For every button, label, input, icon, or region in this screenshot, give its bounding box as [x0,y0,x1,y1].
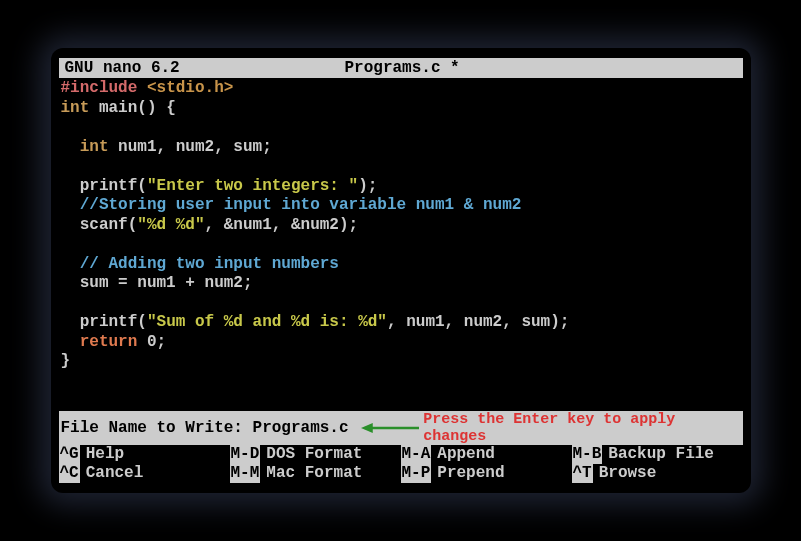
svg-marker-1 [361,423,373,433]
shortcut-label: Cancel [86,464,144,483]
shortcut-label: Append [437,445,495,464]
shortcut-label: Prepend [437,464,504,483]
shortcut-key: M-P [401,464,432,483]
shortcut-cancel[interactable]: ^CCancel [59,464,230,483]
code-text: printf( [61,313,147,331]
hint-text: Press the Enter key to apply changes [423,411,740,445]
shortcut-dos-format[interactable]: M-DDOS Format [230,445,401,464]
shortcut-label: Help [86,445,124,464]
shortcut-key: M-A [401,445,432,464]
prompt-bar[interactable]: File Name to Write: Programs.c Press the… [59,411,743,445]
shortcut-key: ^C [59,464,80,483]
editor-content[interactable]: #include <stdio.h> int main() { int num1… [59,79,743,411]
shortcut-key: ^T [572,464,593,483]
shortcut-append[interactable]: M-AAppend [401,445,572,464]
terminal-window: GNU nano 6.2 Programs.c * #include <stdi… [51,48,751,493]
string-lit: "Enter two integers: " [147,177,358,195]
shortcut-key: ^G [59,445,80,464]
shortcut-key: M-B [572,445,603,464]
preproc: #include [61,79,138,97]
kw-int: int [61,138,109,156]
code-text: main() { [89,99,175,117]
code-text: , num1, num2, sum); [387,313,569,331]
string-lit: "%d %d" [137,216,204,234]
kw-int: int [61,99,90,117]
shortcut-mac-format[interactable]: M-MMac Format [230,464,401,483]
shortcut-key: M-D [230,445,261,464]
shortcut-help[interactable]: ^GHelp [59,445,230,464]
comment: //Storing user input into variable num1 … [61,196,522,214]
comment: // Adding two input numbers [61,255,339,273]
prompt-label: File Name to Write: Programs.c [61,419,361,437]
code-text: scanf( [61,216,138,234]
shortcut-key: M-M [230,464,261,483]
shortcut-label: Mac Format [266,464,362,483]
shortcut-label: Browse [599,464,657,483]
code-text: sum = num1 + num2; [61,274,253,292]
app-name: GNU nano 6.2 [65,59,345,77]
code-text: printf( [61,177,147,195]
shortcut-bar: ^GHelp M-DDOS Format M-AAppend M-BBackup… [59,445,743,483]
shortcut-label: Backup File [608,445,714,464]
include-lib: <stdio.h> [147,79,233,97]
arrow-left-icon [361,420,420,436]
file-name: Programs.c * [345,59,737,77]
string-lit: "Sum of %d and %d is: %d" [147,313,387,331]
code-text: num1, num2, sum; [109,138,272,156]
title-bar: GNU nano 6.2 Programs.c * [59,58,743,78]
kw-return: return [61,333,138,351]
shortcut-row-2: ^CCancel M-MMac Format M-PPrepend ^TBrow… [59,464,743,483]
shortcut-backup-file[interactable]: M-BBackup File [572,445,743,464]
shortcut-label: DOS Format [266,445,362,464]
hint-arrow: Press the Enter key to apply changes [361,411,741,445]
code-text: , &num1, &num2); [205,216,359,234]
shortcut-row-1: ^GHelp M-DDOS Format M-AAppend M-BBackup… [59,445,743,464]
code-text: 0; [137,333,166,351]
code-text: } [61,352,71,370]
code-text: ); [358,177,377,195]
shortcut-browse[interactable]: ^TBrowse [572,464,743,483]
shortcut-prepend[interactable]: M-PPrepend [401,464,572,483]
